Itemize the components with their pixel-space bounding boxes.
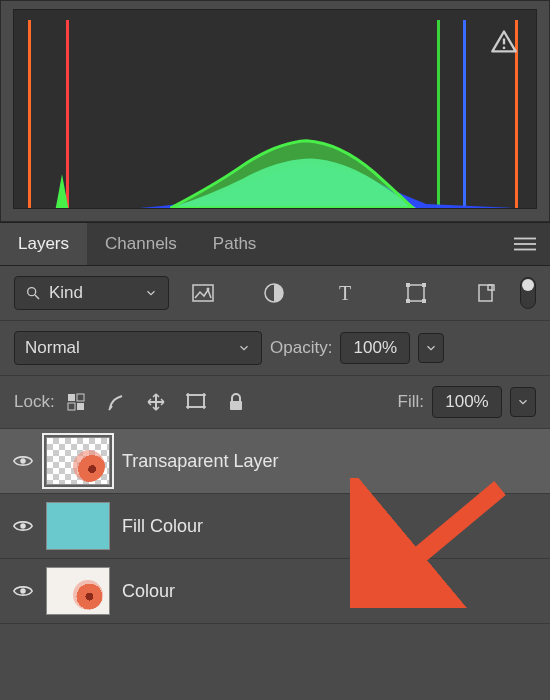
filter-type-layers-icon[interactable]: T xyxy=(332,280,358,306)
layer-row-transparent[interactable]: Transaparent Layer xyxy=(0,429,550,494)
svg-rect-19 xyxy=(68,403,75,410)
chevron-down-icon xyxy=(237,341,251,355)
svg-rect-12 xyxy=(406,283,410,287)
chevron-down-icon xyxy=(516,395,530,409)
lock-image-pixels-icon[interactable] xyxy=(103,389,129,415)
svg-rect-2 xyxy=(514,238,536,240)
lock-all-icon[interactable] xyxy=(223,389,249,415)
svg-point-29 xyxy=(20,588,26,594)
warning-icon[interactable] xyxy=(488,28,520,56)
tab-layers[interactable]: Layers xyxy=(0,223,87,265)
lock-row: Lock: Fill: 100% xyxy=(0,376,550,429)
svg-point-28 xyxy=(20,523,26,529)
fill-value[interactable]: 100% xyxy=(432,386,502,418)
svg-line-6 xyxy=(35,295,39,299)
svg-rect-0 xyxy=(503,39,505,45)
layer-thumbnail[interactable] xyxy=(46,502,110,550)
panel-menu-icon[interactable] xyxy=(514,236,536,252)
fill-dropdown[interactable] xyxy=(510,387,536,417)
layer-name-label[interactable]: Colour xyxy=(122,581,175,602)
svg-rect-26 xyxy=(230,401,242,410)
svg-rect-16 xyxy=(479,285,492,301)
lock-transparent-pixels-icon[interactable] xyxy=(63,389,89,415)
visibility-toggle-icon[interactable] xyxy=(12,580,34,602)
filter-shape-layers-icon[interactable] xyxy=(403,280,429,306)
lock-label: Lock: xyxy=(14,392,55,412)
fill-value-text: 100% xyxy=(445,392,488,411)
opacity-value-text: 100% xyxy=(354,338,397,357)
filter-pixel-layers-icon[interactable] xyxy=(190,280,216,306)
svg-rect-20 xyxy=(77,403,84,410)
layer-thumbnail[interactable] xyxy=(46,437,110,485)
histogram-plot xyxy=(14,10,536,208)
chevron-down-icon xyxy=(144,286,158,300)
svg-rect-7 xyxy=(193,285,213,301)
svg-rect-11 xyxy=(408,285,424,301)
lock-position-icon[interactable] xyxy=(143,389,169,415)
svg-rect-17 xyxy=(68,394,75,401)
svg-point-8 xyxy=(206,288,209,291)
opacity-value[interactable]: 100% xyxy=(340,332,410,364)
tab-paths[interactable]: Paths xyxy=(195,223,274,265)
layer-filter-row: Kind T xyxy=(0,266,550,321)
visibility-toggle-icon[interactable] xyxy=(12,515,34,537)
filter-kind-select[interactable]: Kind xyxy=(14,276,169,310)
chevron-down-icon xyxy=(424,341,438,355)
blend-mode-label: Normal xyxy=(25,338,237,358)
opacity-dropdown[interactable] xyxy=(418,333,444,363)
blend-row: Normal Opacity: 100% xyxy=(0,321,550,376)
svg-text:T: T xyxy=(338,282,350,304)
tab-paths-label: Paths xyxy=(213,234,256,254)
tab-channels-label: Channels xyxy=(105,234,177,254)
layer-name-label[interactable]: Transaparent Layer xyxy=(122,451,278,472)
layer-row-colour[interactable]: Colour xyxy=(0,559,550,624)
panel-tabs: Layers Channels Paths xyxy=(0,222,550,266)
layer-row-fill-colour[interactable]: Fill Colour xyxy=(0,494,550,559)
histogram xyxy=(13,9,537,209)
opacity-label[interactable]: Opacity: xyxy=(270,338,332,358)
svg-rect-3 xyxy=(514,243,536,245)
histogram-panel xyxy=(0,0,550,222)
svg-rect-1 xyxy=(503,47,505,49)
filter-kind-label: Kind xyxy=(49,283,136,303)
tab-layers-label: Layers xyxy=(18,234,69,254)
filter-smart-objects-icon[interactable] xyxy=(474,280,500,306)
visibility-toggle-icon[interactable] xyxy=(12,450,34,472)
svg-point-5 xyxy=(28,288,36,296)
filter-adjustment-layers-icon[interactable] xyxy=(261,280,287,306)
svg-rect-4 xyxy=(514,249,536,251)
svg-point-27 xyxy=(20,458,26,464)
svg-rect-15 xyxy=(422,299,426,303)
blend-mode-select[interactable]: Normal xyxy=(14,331,262,365)
svg-rect-18 xyxy=(77,394,84,401)
layer-thumbnail[interactable] xyxy=(46,567,110,615)
search-icon xyxy=(25,285,41,301)
fill-label[interactable]: Fill: xyxy=(398,392,424,412)
layer-name-label[interactable]: Fill Colour xyxy=(122,516,203,537)
lock-artboard-icon[interactable] xyxy=(183,389,209,415)
tab-channels[interactable]: Channels xyxy=(87,223,195,265)
svg-rect-21 xyxy=(188,395,204,407)
svg-rect-13 xyxy=(422,283,426,287)
layers-list: Transaparent Layer Fill Colour Colour xyxy=(0,429,550,624)
svg-rect-14 xyxy=(406,299,410,303)
filter-toggle[interactable] xyxy=(520,277,536,309)
